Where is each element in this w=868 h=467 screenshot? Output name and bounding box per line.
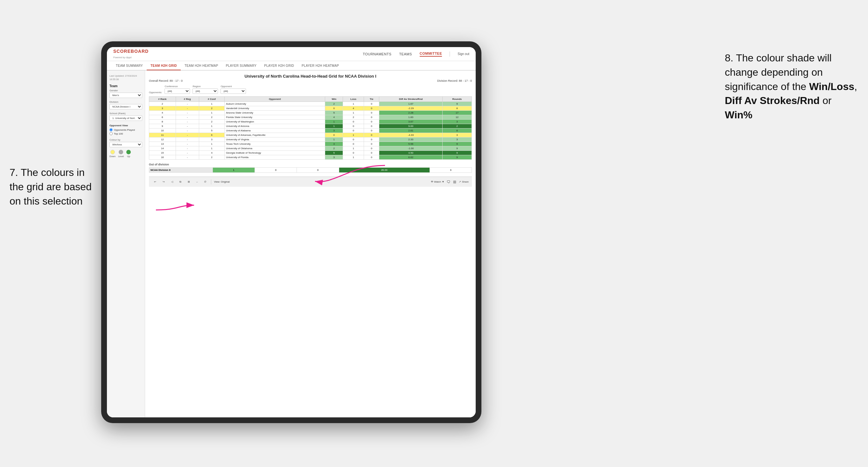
h2h-table: # Rank # Reg # Conf Opponent Win Loss Ti… (149, 96, 472, 160)
table-row: 3-2Vanderbilt University040-2.298 (149, 106, 472, 111)
opponent-name-cell: Auburn University (225, 102, 325, 106)
table-row: 4-1Arizona State University5102.2817 (149, 111, 472, 115)
watch-button[interactable]: 👁 Watch ▼ (431, 180, 444, 183)
dash-button[interactable]: – (194, 180, 199, 184)
col-rank: # Rank (149, 97, 176, 102)
table-row: 13-1Texas Tech University3005.569 (149, 142, 472, 146)
sidebar-colour-by-field: Colour by Win/loss (110, 138, 142, 147)
out-of-division-header: Out of division (149, 163, 472, 166)
annotation-right: 8. The colour shade will change dependin… (725, 51, 859, 122)
opponent-name-cell: University of Washington (225, 120, 325, 124)
tab-player-summary[interactable]: PLAYER SUMMARY (222, 61, 260, 70)
sidebar-team-title: Team (110, 84, 142, 88)
table-row: 8-2University of Washington1003.673 (149, 120, 472, 124)
tablet-frame: SCOREBOARD Powered by clippd TOURNAMENTS… (101, 41, 482, 423)
col-diff: Diff Av Strokes/Rnd (379, 97, 442, 102)
sidebar-gender-field: Gender Men's (110, 89, 142, 98)
toolbar-icon-2[interactable]: ⊞ (453, 180, 456, 184)
color-down: Down (110, 150, 116, 158)
filter-row: Opponents: Conference (All) Region (All) (149, 85, 472, 94)
table-row: 15-4Georgia Institute of Technology5004.… (149, 151, 472, 155)
opponents-filter-group: Opponents: (149, 91, 162, 94)
sidebar-school-field: School (Rank) 1. University of Nort... (110, 112, 142, 121)
opponent-name-cell: Georgia Institute of Technology (225, 151, 325, 155)
tablet-screen: SCOREBOARD Powered by clippd TOURNAMENTS… (107, 47, 476, 417)
redo-button[interactable]: ↪ (161, 180, 167, 184)
opponent-name-cell: Florida State University (225, 115, 325, 120)
nav-teams[interactable]: TEAMS (399, 52, 412, 56)
tab-team-h2h-grid[interactable]: TEAM H2H GRID (147, 61, 181, 70)
app-navbar: SCOREBOARD Powered by clippd TOURNAMENTS… (107, 47, 476, 61)
main-grid: University of North Carolina Head-to-Hea… (145, 71, 476, 417)
col-reg: # Reg (176, 97, 199, 102)
color-up: Up (126, 150, 131, 158)
app-logo: SCOREBOARD Powered by clippd (113, 49, 149, 60)
conference-filter-select[interactable]: (All) (164, 88, 190, 94)
radio-top-100[interactable]: Top 100 (110, 132, 142, 135)
gender-select[interactable]: Men's (110, 93, 142, 98)
copy-button[interactable]: ⧉ (178, 180, 183, 184)
nav-tournaments[interactable]: TOURNAMENTS (363, 52, 391, 56)
col-tie: Tie (364, 97, 379, 102)
opponent-name-cell: University of Oklahoma (225, 146, 325, 151)
col-conf: # Conf (199, 97, 224, 102)
opponent-filter-select[interactable]: (All) (220, 88, 246, 94)
tab-player-h2h-grid[interactable]: PLAYER H2H GRID (260, 61, 298, 70)
table-row: 6-2Florida State University4201.8312 (149, 115, 472, 120)
opponent-name-cell: Arizona State University (225, 111, 325, 115)
table-row: 14-1University of Oklahoma210-1.009 (149, 146, 472, 151)
clock-button[interactable]: ⏱ (202, 180, 209, 184)
opponent-name-cell: Texas Tech University (225, 142, 325, 146)
color-dot-up (126, 150, 131, 154)
sidebar: Last Updated: 27/03/2024 16:55:38 Team G… (107, 71, 145, 417)
undo-button[interactable]: ↩ (152, 180, 158, 184)
region-filter-select[interactable]: (All) (192, 88, 218, 94)
col-win: Win (325, 97, 343, 102)
colour-by-select[interactable]: Win/loss (110, 142, 142, 147)
out-diff-cell: 26.00 (339, 168, 430, 173)
conference-filter-group: Conference (All) (164, 85, 190, 94)
toolbar-right: 👁 Watch ▼ 🗨 ⊞ ↗ Share (431, 180, 469, 184)
opponent-name-cell: University of Arkansas, Fayetteville (225, 133, 325, 137)
toolbar-icon-1[interactable]: 🗨 (447, 180, 451, 184)
overall-record: Overall Record: 89 - 17 - 0 (149, 79, 183, 83)
toolbar-separator (211, 179, 211, 185)
sidebar-opponent-view: Opponent View Opponents Played Top 100 (110, 124, 142, 135)
table-row: 2-1Auburn University2101.679 (149, 102, 472, 106)
grid-button[interactable]: ⊞ (186, 180, 192, 184)
sidebar-timestamp: Last Updated: 27/03/2024 16:55:38 (110, 74, 142, 81)
bottom-toolbar: ↩ ↪ ◁ ⧉ ⊞ – ⏱ View: Original 👁 Watch ▼ 🗨… (149, 177, 472, 187)
sub-tabs: TEAM SUMMARY TEAM H2H GRID TEAM H2H HEAT… (107, 61, 476, 71)
col-loss: Loss (343, 97, 364, 102)
tab-team-summary[interactable]: TEAM SUMMARY (112, 61, 147, 70)
opponent-view-radio-group: Opponents Played Top 100 (110, 128, 142, 135)
table-row: 12-3University of Virginia1002.333 (149, 137, 472, 142)
color-level: Level (118, 150, 124, 158)
table-row: 16-2University of Florida3106.629 (149, 155, 472, 160)
tab-player-h2h-heatmap[interactable]: PLAYER H2H HEATMAP (298, 61, 343, 70)
grid-title: University of North Carolina Head-to-Hea… (149, 74, 472, 79)
opponent-name-cell: University of Alabama (225, 128, 325, 133)
radio-opponents-played[interactable]: Opponents Played (110, 128, 142, 131)
division-name-cell: NCAA Division II (149, 168, 213, 173)
nav-committee[interactable]: COMMITTEE (420, 52, 442, 57)
out-of-division-row: NCAA Division II 1 0 0 26.00 3 (149, 168, 472, 173)
out-loss-cell: 0 (255, 168, 297, 173)
out-tie-cell: 0 (297, 168, 339, 173)
division-select[interactable]: NCAA Division I (110, 104, 142, 110)
back-button[interactable]: ◁ (169, 180, 175, 184)
annotation-left: 7. The colours in the grid are based on … (9, 165, 99, 208)
share-button[interactable]: ↗ Share (459, 180, 469, 183)
school-select[interactable]: 1. University of Nort... (110, 116, 142, 121)
sidebar-division-field: Division NCAA Division I (110, 100, 142, 110)
opponent-filter-group: Opponent (All) (220, 85, 246, 94)
out-win-cell: 1 (213, 168, 255, 173)
tab-team-h2h-heatmap[interactable]: TEAM H2H HEATMAP (181, 61, 222, 70)
grid-record-row: Overall Record: 89 - 17 - 0 Division Rec… (149, 79, 472, 83)
sign-out-button[interactable]: Sign out (458, 52, 469, 56)
content-area: Last Updated: 27/03/2024 16:55:38 Team G… (107, 71, 476, 417)
out-of-division-table: NCAA Division II 1 0 0 26.00 3 (149, 167, 472, 173)
region-filter-group: Region (All) (192, 85, 218, 94)
view-label: View: Original (214, 180, 229, 183)
opponent-name-cell: University of Florida (225, 155, 325, 160)
